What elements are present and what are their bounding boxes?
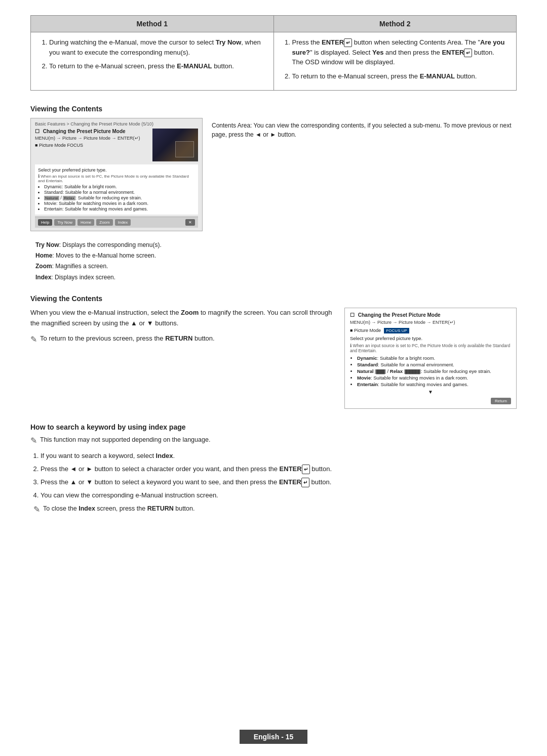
screenshot-note: ℹ When an input source is set to PC, the… (38, 174, 195, 183)
screenshot-content: Select your preferred picture type. ℹ Wh… (35, 164, 198, 215)
home-button[interactable]: Home (77, 219, 94, 226)
vc2-left: When you view the e-Manual instruction, … (30, 308, 332, 346)
screenshot-mode-badge: FOCUS (67, 143, 83, 148)
viewing-contents-2-section: When you view the e-Manual instruction, … (30, 308, 517, 409)
method2-step1: Press the ENTER↵ button when selecting C… (292, 37, 507, 67)
try-now-desc: Try Now: Displays the corresponding menu… (35, 240, 517, 250)
note-icon-1: ✎ (30, 436, 37, 445)
screenshot-toolbar: Help Try Now Home Zoom Index ✕ (35, 217, 198, 228)
box-items: Dynamic: Suitable for a bright room. Sta… (350, 355, 511, 387)
viewing-contents-1-title: Viewing the Contents (30, 105, 517, 113)
box-menu: MENU(m) → Picture → Picture Mode → ENTER… (350, 320, 511, 325)
how-to-search-section: How to search a keyword by using index p… (30, 423, 517, 514)
footer-badge: English - 15 (240, 730, 308, 744)
screenshot-title: ☐ Changing the Preset Picture Mode (35, 129, 149, 134)
box-item-2: Standard: Suitable for a normal environm… (357, 362, 511, 367)
box-item-4: Movie: Suitable for watching movies in a… (357, 375, 511, 381)
try-now-notes: Try Now: Displays the corresponding menu… (35, 240, 517, 282)
search-sub-note: ✎ To close the Index screen, press the R… (33, 505, 517, 514)
zoom-button[interactable]: Zoom (96, 219, 112, 226)
page-footer: English - 15 (0, 730, 547, 744)
screenshot-image (152, 129, 198, 161)
method2-step2: To return to the e-Manual screen, press … (292, 71, 507, 81)
try-now-button[interactable]: Try Now (54, 219, 75, 226)
method1-header: Method 1 (31, 16, 274, 32)
index-desc: Index: Displays index screen. (35, 273, 517, 282)
screenshot-items: Dynamic: Suitable for a bright room. Sta… (38, 184, 195, 212)
box-item-1: Dynamic: Suitable for a bright room. (357, 355, 511, 361)
search-step-1: If you want to search a keyword, select … (41, 450, 517, 461)
vc2-return-note: ✎ To return to the previous screen, pres… (30, 333, 332, 346)
function-note: ✎ This function may not supported depend… (30, 436, 517, 445)
close-button[interactable]: ✕ (185, 219, 195, 226)
search-step-3: Press the ▲ or ▼ button to select a keyw… (41, 477, 517, 488)
method2-header: Method 2 (274, 16, 517, 32)
how-to-search-title: How to search a keyword by using index p… (30, 423, 517, 431)
search-step-2: Press the ◄ or ► button to select a char… (41, 464, 517, 475)
box-description: Select your preferred picture type. (350, 335, 511, 341)
screenshot-item-1: Dynamic: Suitable for a bright room. (44, 184, 195, 189)
how-to-search-steps: If you want to search a keyword, select … (30, 450, 517, 501)
note-icon-2: ✎ (33, 505, 40, 514)
home-desc: Home: Moves to the e-Manual home screen. (35, 251, 517, 261)
viewing-contents-1-section: Basic Features > Changing the Preset Pic… (30, 118, 517, 231)
return-btn: Return (350, 398, 511, 404)
method1-step2: To return to the e-Manual screen, press … (49, 61, 264, 71)
help-button[interactable]: Help (38, 219, 52, 226)
screenshot-menu: MENU(m) → Picture → Picture Mode → ENTER… (35, 136, 149, 141)
method-table: Method 1 Method 2 During watching the e-… (30, 15, 517, 91)
screenshot-item-3: Natural / Relax: Suitable for reducing e… (44, 195, 195, 200)
screenshot-item-5: Entertain: Suitable for watching movies … (44, 206, 195, 212)
screenshot-note-text: Contents Area: You can view the correspo… (212, 118, 517, 142)
index-button[interactable]: Index (115, 219, 131, 226)
screenshot-item-4: Movie: Suitable for watching movies in a… (44, 201, 195, 206)
method1-content: During watching the e-Manual, move the c… (31, 32, 274, 91)
box-note: ℹ When an input source is set to PC, the… (350, 343, 511, 353)
vc2-right-box: ☐ Changing the Preset Picture Mode MENU(… (344, 308, 517, 409)
method1-step1: During watching the e-Manual, move the c… (49, 37, 264, 57)
screenshot-mode-label: Picture Mode (39, 143, 66, 148)
box-title: ☐ Changing the Preset Picture Mode (350, 312, 511, 318)
method2-content: Press the ENTER↵ button when selecting C… (274, 32, 517, 91)
zoom-desc: Zoom: Magnifies a screen. (35, 262, 517, 271)
box-item-3: Natural ▓▓▓ / Relax ▓▓▓▓▓: Suitable for … (357, 368, 511, 374)
screenshot-box: Basic Features > Changing the Preset Pic… (30, 118, 203, 231)
screenshot-item-2: Standard: Suitable for a normal environm… (44, 190, 195, 195)
vc2-main-text: When you view the e-Manual instruction, … (30, 308, 332, 329)
screenshot-description: Select your preferred picture type. (38, 167, 195, 173)
screenshot-inner: Basic Features > Changing the Preset Pic… (31, 118, 202, 231)
viewing-contents-2-title: Viewing the Contents (30, 295, 517, 303)
box-mode: ■ Picture Mode FOCUS UP (350, 328, 511, 333)
box-mode-badge: FOCUS UP (384, 328, 409, 333)
box-item-5: Entertain: Suitable for watching movies … (357, 382, 511, 387)
search-step-4: You can view the corresponding e-Manual … (41, 490, 517, 501)
note-pencil-icon: ✎ (30, 333, 37, 346)
screenshot-breadcrumb: Basic Features > Changing the Preset Pic… (35, 121, 198, 127)
